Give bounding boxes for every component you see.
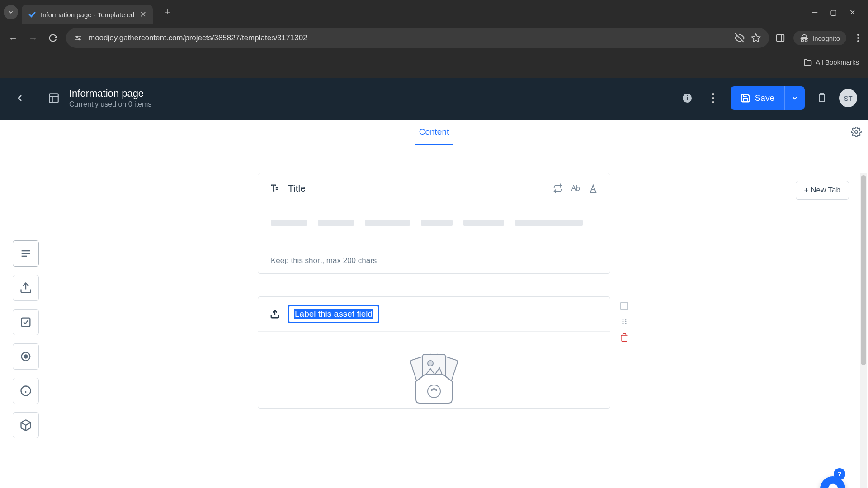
folder-icon [804, 58, 812, 66]
tab-content[interactable]: Content [415, 120, 453, 145]
site-settings-icon[interactable] [74, 34, 82, 42]
rail-asset-field[interactable] [13, 275, 39, 301]
address-bar: ← → moodjoy.gathercontent.com/projects/3… [0, 24, 868, 52]
page-title: Information page [69, 88, 151, 99]
delete-field-button[interactable] [619, 333, 629, 343]
field-type-rail [13, 240, 39, 438]
template-icon [47, 92, 60, 104]
app-back-button[interactable] [11, 89, 29, 107]
asset-field-header: Label this asset field [258, 297, 610, 331]
chat-icon [826, 482, 840, 488]
rail-guideline-field[interactable] [13, 378, 39, 404]
svg-point-40 [623, 323, 624, 324]
incognito-badge[interactable]: Incognito [793, 31, 846, 45]
forward-button[interactable]: → [26, 31, 40, 45]
svg-point-39 [625, 321, 627, 322]
minimize-button[interactable]: ─ [812, 8, 817, 17]
bookmarks-bar: All Bookmarks [0, 52, 868, 72]
title-block: Information page Currently used on 0 ite… [69, 88, 151, 108]
back-button[interactable]: ← [6, 31, 20, 45]
upload-icon [270, 309, 280, 319]
save-button-group: Save [731, 86, 805, 110]
svg-point-21 [24, 355, 28, 358]
svg-marker-5 [752, 34, 760, 42]
bookmark-star-icon[interactable] [751, 33, 761, 43]
tab-bar: Information page - Template ed ✕ + ─ ▢ ✕ [0, 0, 868, 24]
all-bookmarks-button[interactable]: All Bookmarks [804, 58, 859, 66]
title-field-body[interactable] [258, 204, 610, 248]
svg-point-36 [623, 319, 624, 320]
window-controls: ─ ▢ ✕ [812, 8, 864, 17]
page-subtitle: Currently used on 0 items [69, 100, 151, 108]
close-window-button[interactable]: ✕ [849, 8, 855, 17]
app-header: Information page Currently used on 0 ite… [0, 78, 868, 120]
svg-rect-6 [777, 35, 784, 42]
chevron-down-icon [8, 9, 14, 15]
new-tab-button[interactable]: + [160, 5, 175, 19]
clipboard-button[interactable] [813, 89, 831, 107]
title-field-toolbar: Ab [553, 183, 598, 193]
reload-button[interactable] [46, 31, 60, 45]
title-field-card[interactable]: Title Ab Keep this short, max 200 chars [258, 173, 610, 274]
close-tab-button[interactable]: ✕ [140, 9, 146, 19]
panel-icon[interactable] [775, 33, 785, 43]
title-field-label: Title [288, 183, 306, 194]
asset-label-placeholder: Label this asset field [294, 309, 373, 319]
svg-point-2 [76, 36, 78, 38]
asset-label-input[interactable]: Label this asset field [288, 305, 379, 323]
avatar[interactable]: ST [839, 89, 857, 107]
rail-radio-field[interactable] [13, 343, 39, 370]
url-field[interactable]: moodjoy.gathercontent.com/projects/38582… [66, 28, 769, 48]
svg-point-41 [625, 323, 627, 324]
maximize-button[interactable]: ▢ [830, 8, 837, 17]
favicon-icon [28, 10, 36, 19]
scrollbar[interactable] [860, 173, 867, 488]
drag-handle[interactable] [619, 316, 629, 326]
asset-field-body[interactable] [258, 331, 610, 408]
repeat-icon[interactable] [553, 183, 563, 193]
title-field-header: Title Ab [258, 173, 610, 204]
address-bar-right: Incognito [775, 31, 862, 45]
save-dropdown-button[interactable] [784, 86, 805, 110]
header-right: i Save ST [678, 86, 857, 110]
canvas: + New Tab Title Ab [0, 173, 868, 488]
save-button[interactable]: Save [731, 86, 784, 110]
scrollbar-thumb[interactable] [861, 175, 866, 365]
save-icon [741, 93, 750, 103]
tab-search-button[interactable] [4, 5, 18, 19]
format-a-icon[interactable] [588, 183, 598, 193]
tab-nav: Content [0, 120, 868, 145]
eye-off-icon[interactable] [735, 33, 745, 43]
title-field-hint: Keep this short, max 200 chars [258, 248, 610, 273]
all-bookmarks-label: All Bookmarks [816, 58, 859, 66]
asset-field-controls [619, 302, 629, 343]
incognito-label: Incognito [812, 34, 840, 42]
svg-point-37 [625, 319, 627, 320]
asset-field-card[interactable]: Label this asset field [258, 296, 610, 409]
skeleton-placeholder [271, 220, 597, 226]
save-label: Save [755, 93, 774, 103]
svg-rect-19 [22, 318, 30, 327]
content-column: Title Ab Keep this short, max 200 chars [258, 173, 610, 409]
svg-point-38 [623, 321, 624, 322]
svg-rect-8 [49, 94, 58, 103]
tab-settings-button[interactable] [851, 127, 862, 139]
info-button[interactable]: i [678, 89, 696, 107]
browser-menu-button[interactable] [854, 34, 862, 42]
tab-title: Information page - Template ed [41, 11, 135, 19]
format-ab-button[interactable]: Ab [571, 184, 580, 192]
browser-chrome: Information page - Template ed ✕ + ─ ▢ ✕… [0, 0, 868, 78]
svg-rect-13 [819, 94, 825, 102]
rail-checkbox-field[interactable] [13, 309, 39, 335]
select-field-checkbox[interactable] [620, 302, 628, 310]
asset-illustration-icon [393, 350, 475, 408]
rail-component-field[interactable] [13, 412, 39, 438]
text-field-icon [270, 183, 280, 193]
svg-point-33 [428, 361, 433, 366]
svg-text:i: i [686, 94, 688, 102]
browser-tab[interactable]: Information page - Template ed ✕ [22, 5, 153, 24]
svg-point-14 [855, 131, 858, 133]
more-menu-button[interactable] [704, 89, 722, 107]
new-tab-button[interactable]: + New Tab [796, 181, 849, 200]
rail-text-field[interactable] [13, 240, 39, 267]
